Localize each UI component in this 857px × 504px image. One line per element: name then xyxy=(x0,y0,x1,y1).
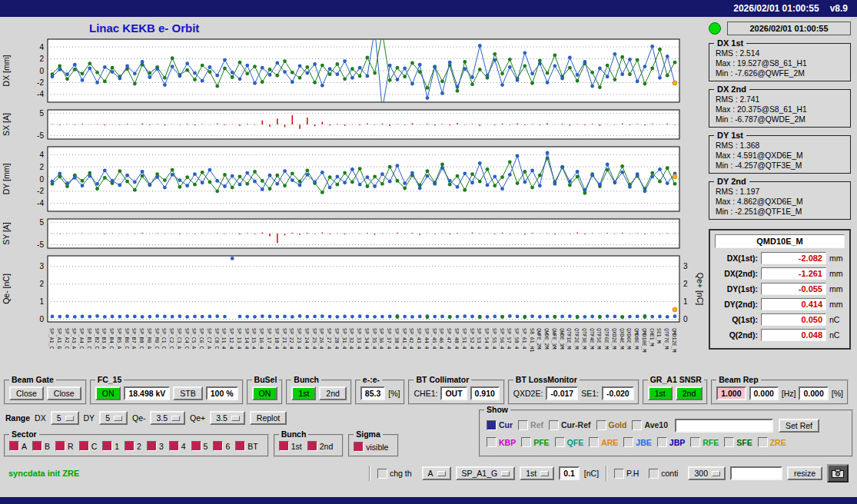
x-axis-label: QTF2E_M xyxy=(573,328,580,349)
busel-on-button[interactable]: ON xyxy=(252,386,278,400)
gr-snsr-1st-button[interactable]: 1st xyxy=(648,386,673,400)
range-dy-select[interactable]: 5 xyxy=(99,411,128,425)
checkbox-indicator xyxy=(690,437,700,447)
sector-checkbox-4[interactable]: 4 xyxy=(169,441,186,451)
status-led xyxy=(709,22,721,35)
x-axis-label: SP_A2_C xyxy=(64,328,70,349)
sector-checkbox-1[interactable]: 1 xyxy=(102,441,119,451)
show-toggle-ave10[interactable]: Ave10 xyxy=(632,420,668,430)
stat-line: RMS : 2.741 xyxy=(716,94,845,104)
show-toggle-cur[interactable]: Cur xyxy=(487,420,513,430)
checkbox-indicator xyxy=(649,469,659,479)
ee-ratio-unit: [%] xyxy=(388,389,400,398)
bunch-1st-button[interactable]: 1st xyxy=(291,386,316,400)
bunch-2nd-button[interactable]: 2nd xyxy=(319,386,347,400)
range-qem-select[interactable]: 3.5 xyxy=(150,411,185,425)
show-toggle-gold[interactable]: Gold xyxy=(596,420,627,430)
conti-label: conti xyxy=(661,469,678,478)
conti-checkbox[interactable]: conti xyxy=(649,469,678,479)
show-toggle-cur-ref[interactable]: Cur-Ref xyxy=(549,420,591,430)
monitor-row: Q(1st):0.050nC xyxy=(715,313,845,326)
show-toggle-sfe[interactable]: SFE xyxy=(724,437,752,447)
se1-display: -0.020 xyxy=(602,386,634,400)
plot-sx: 5-5SX [A] xyxy=(0,108,703,141)
x-axis-label: SP_C4_C xyxy=(184,328,190,349)
x-axis-label: SP_33_4 xyxy=(356,328,362,349)
bunch-select[interactable]: 1st xyxy=(520,466,554,480)
threshold-unit: [nC] xyxy=(584,469,599,478)
x-axis-label: QWFE_3M xyxy=(551,328,557,349)
show-toggle-kbp[interactable]: KBP xyxy=(487,437,516,447)
sector-select[interactable]: A xyxy=(422,466,451,480)
svg-text:2: 2 xyxy=(39,55,44,63)
resize-button[interactable]: resize xyxy=(787,466,822,480)
checkbox-indicator xyxy=(213,441,223,451)
ph-checkbox[interactable]: P.H xyxy=(614,469,639,479)
fc15-stb-button[interactable]: STB xyxy=(173,386,202,400)
svg-text:1: 1 xyxy=(39,297,44,306)
checkbox-indicator xyxy=(102,441,112,451)
monitor-row: Q(2nd):0.048nC xyxy=(715,329,845,341)
show-toggle-ref[interactable]: Ref xyxy=(518,420,543,430)
range-dx-select[interactable]: 5 xyxy=(51,411,79,425)
checkbox-indicator xyxy=(55,441,65,451)
svg-text:-2: -2 xyxy=(37,187,44,195)
show-toggle-zre[interactable]: ZRE xyxy=(758,437,786,447)
svg-text:4: 4 xyxy=(39,43,44,51)
status-entry[interactable] xyxy=(730,466,782,480)
setref-entry[interactable] xyxy=(675,419,773,433)
show-toggle-jbp[interactable]: JBP xyxy=(657,437,685,447)
sector-checkbox-r[interactable]: R xyxy=(55,441,74,451)
beam-gate-close1-button[interactable]: Close xyxy=(9,386,44,400)
checkbox-indicator xyxy=(596,420,606,430)
x-axis-label: SP_25_4 xyxy=(311,328,317,349)
sector-checkbox-3[interactable]: 3 xyxy=(147,441,164,451)
x-axis-label: SP_C5_A xyxy=(191,328,197,349)
ee-ratio-display: 85.3 xyxy=(360,386,385,400)
sector-checkbox-b[interactable]: B xyxy=(32,441,50,451)
fc15-on-button[interactable]: ON xyxy=(95,386,121,400)
show-toggle-qfe[interactable]: QFE xyxy=(555,437,584,447)
sector-checkbox-a[interactable]: A xyxy=(9,441,27,451)
monitor-box: QMD10E_M DX(1st):-2.082mmDX(2nd):-1.261m… xyxy=(709,229,851,350)
beam-gate-close2-button[interactable]: Close xyxy=(47,386,81,400)
sector-checkbox-c[interactable]: C xyxy=(79,441,98,451)
bunch-checkbox-2nd[interactable]: 2nd xyxy=(307,441,334,451)
interval-select[interactable]: 300 xyxy=(688,466,726,480)
sector-checkbox-2[interactable]: 2 xyxy=(125,441,141,451)
checkbox-label: A xyxy=(22,442,27,451)
replot-button[interactable]: Replot xyxy=(250,411,287,425)
monitor-select[interactable]: SP_A1_G xyxy=(456,466,516,480)
checkbox-indicator xyxy=(125,441,135,451)
busel-label: BuSel xyxy=(252,375,280,384)
gr-snsr-2nd-button[interactable]: 2nd xyxy=(676,386,703,400)
sector-checkbox-bt[interactable]: BT xyxy=(235,441,257,451)
chg-th-checkbox[interactable]: chg th xyxy=(377,469,412,479)
bt-lossmonitor-frame: BT LossMonitor QXD2E: -0.017 SE1: -0.020 xyxy=(508,380,639,405)
x-axis-label: SP_B5_A xyxy=(116,328,122,349)
sigma-visible-checkbox[interactable]: visible xyxy=(354,442,388,452)
checkbox-label: Ave10 xyxy=(644,420,668,429)
sector-checkbox-5[interactable]: 5 xyxy=(191,441,208,451)
timestamp-box: 2026/02/01 01:00:55 xyxy=(727,22,851,35)
fc15-kv-display: 18.498 kV xyxy=(124,386,170,400)
bunch2-label: Bunch xyxy=(279,429,309,439)
show-toggle-pfe[interactable]: PFE xyxy=(521,437,549,447)
stat-box-title: DY 2nd xyxy=(714,177,749,186)
sector-checkbox-6[interactable]: 6 xyxy=(213,441,230,451)
ee-ratio-frame: e-:e- 85.3 [%] xyxy=(355,380,406,405)
x-axis-label: QTF5E_M xyxy=(596,328,602,349)
set-ref-button[interactable]: Set Ref xyxy=(779,419,819,433)
monitor-row: DY(1st):-0.055mm xyxy=(715,283,845,295)
range-qem-label: Qe- xyxy=(132,413,146,423)
monitor-row-label: DY(1st): xyxy=(715,284,758,293)
show-toggle-jbe[interactable]: JBE xyxy=(623,437,651,447)
range-qep-select[interactable]: 3.5 xyxy=(210,411,245,425)
threshold-display: 0.1 xyxy=(559,466,580,480)
svg-text:DY [mm]: DY [mm] xyxy=(2,164,11,195)
bunch-checkbox-1st[interactable]: 1st xyxy=(279,441,302,451)
ph-label: P.H xyxy=(626,469,639,478)
screenshot-button[interactable] xyxy=(827,464,849,482)
show-toggle-are[interactable]: ARE xyxy=(589,437,618,447)
show-toggle-rfe[interactable]: RFE xyxy=(690,437,719,447)
